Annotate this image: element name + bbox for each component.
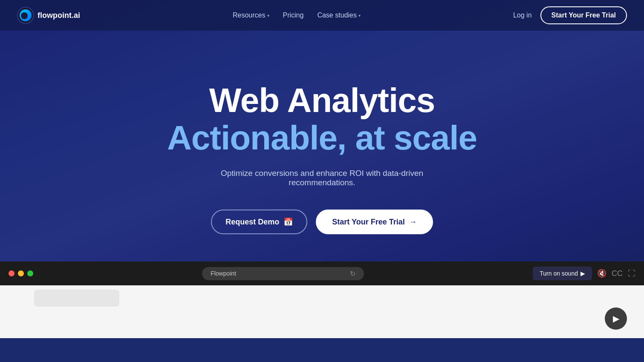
url-text: Flowpoint — [211, 270, 236, 277]
chevron-down-icon: ▾ — [358, 13, 361, 18]
chevron-down-icon: ▾ — [267, 13, 269, 18]
fullscreen-icon[interactable]: ⛶ — [628, 269, 635, 278]
nav-cta-button[interactable]: Start Your Free Trial — [540, 6, 627, 24]
url-bar: Flowpoint ↻ — [202, 267, 364, 280]
mute-icon[interactable]: 🔇 — [597, 269, 606, 278]
video-browser-bar: Flowpoint ↻ Turn on sound ▶ 🔇 CC ⛶ — [0, 261, 644, 285]
navbar: flowpoint.ai Resources ▾ Pricing Case st… — [0, 0, 644, 31]
login-link[interactable]: Log in — [513, 11, 532, 19]
nav-links: Resources ▾ Pricing Case studies ▾ — [233, 11, 361, 19]
refresh-icon[interactable]: ↻ — [350, 270, 355, 278]
hero-section: Web Analytics Actionable, at scale Optim… — [0, 0, 644, 285]
logo-icon — [17, 7, 34, 24]
video-controls: Turn on sound ▶ 🔇 CC ⛶ — [533, 267, 635, 280]
browser-dots — [9, 270, 33, 276]
arrow-right-icon: → — [409, 218, 417, 227]
play-icon: ▶ — [580, 270, 585, 277]
hero-title-line1: Web Analytics — [209, 82, 435, 119]
play-button[interactable]: ▶ — [605, 307, 627, 330]
nav-actions: Log in Start Your Free Trial — [513, 6, 627, 24]
preview-content — [34, 290, 119, 307]
sound-button[interactable]: Turn on sound ▶ — [533, 267, 592, 280]
hero-buttons: Request Demo 📅 Start Your Free Trial → — [211, 210, 433, 234]
video-preview-area: ▶ — [0, 285, 644, 338]
close-dot — [9, 270, 14, 276]
nav-case-studies[interactable]: Case studies ▾ — [317, 11, 361, 19]
calendar-icon: 📅 — [283, 217, 293, 227]
maximize-dot — [27, 270, 33, 276]
cc-icon[interactable]: CC — [612, 269, 623, 278]
hero-subtitle: Optimize conversions and enhance ROI wit… — [194, 169, 450, 187]
logo-link[interactable]: flowpoint.ai — [17, 7, 80, 24]
nav-pricing[interactable]: Pricing — [283, 11, 304, 19]
start-trial-button[interactable]: Start Your Free Trial → — [316, 210, 433, 234]
request-demo-button[interactable]: Request Demo 📅 — [211, 210, 307, 234]
hero-title-line2: Actionable, at scale — [167, 119, 477, 157]
minimize-dot — [18, 270, 24, 276]
logo-text: flowpoint.ai — [38, 11, 80, 20]
nav-resources[interactable]: Resources ▾ — [233, 11, 269, 19]
